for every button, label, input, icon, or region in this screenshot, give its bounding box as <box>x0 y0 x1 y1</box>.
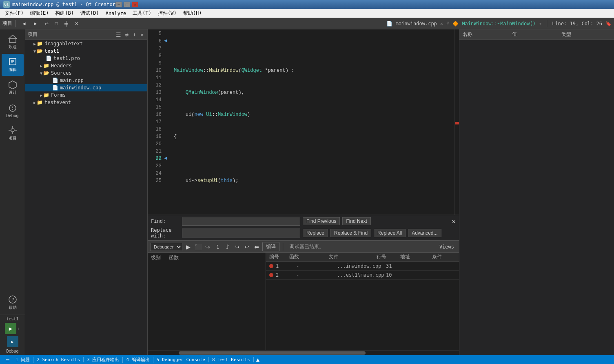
debug-stop-btn[interactable]: ⬛ <box>194 243 202 251</box>
fold-marker[interactable]: ◀ <box>164 37 171 44</box>
toolbar-nav-return[interactable]: ↩ <box>42 20 51 27</box>
svg-marker-5 <box>9 81 16 89</box>
debug-stepin-btn[interactable]: ⤵ <box>213 243 222 251</box>
debug-icon <box>8 104 17 113</box>
menu-help[interactable]: 帮助(H) <box>180 9 205 18</box>
line-num: 16 <box>149 111 162 118</box>
find-bar: Find: Find Previous Find Next ✕ Replace … <box>148 215 459 241</box>
tool-help-label: 帮助 <box>9 305 17 311</box>
tree-item-testevent[interactable]: ▶ 📁 testevent <box>25 99 147 106</box>
current-context: MainWindow::~MainWindow() <box>462 21 536 27</box>
compile-btn[interactable]: 编译 <box>262 242 279 251</box>
bp-line: 10 <box>386 272 410 278</box>
status-debugger-console[interactable]: 5 Debugger Console <box>153 357 209 362</box>
menu-build[interactable]: 构建(B) <box>52 9 77 18</box>
bp-row-1[interactable]: 1 - ...inwindow.cpp 31 <box>266 262 459 271</box>
toolbar-sep <box>283 243 283 251</box>
status-search[interactable]: 2 Search Results <box>33 357 84 362</box>
code-editor[interactable]: MainWindow::MainWindow(QWidget *parent) … <box>171 29 454 215</box>
status-test-results[interactable]: 8 Test Results <box>209 357 254 362</box>
toolbar-nav-back[interactable]: ◄ <box>19 20 29 27</box>
tree-item-maincpp[interactable]: 📄 main.cpp <box>25 77 147 84</box>
debug-back-btn[interactable]: ⬅ <box>253 243 261 251</box>
tool-projects[interactable]: 项目 <box>2 122 24 144</box>
run-button[interactable]: ▶ <box>5 323 16 334</box>
toolbar-close-split[interactable]: □ <box>53 20 60 27</box>
find-next-btn[interactable]: Find Next <box>342 217 370 225</box>
menu-tools[interactable]: 工具(T) <box>129 9 155 18</box>
toolbar-split[interactable]: ╪ <box>62 20 71 27</box>
status-up-btn[interactable]: ▲ <box>254 356 262 363</box>
status-app-output[interactable]: 3 应用程序输出 <box>84 357 123 363</box>
minimize-button[interactable]: ─ <box>115 2 122 7</box>
status-problems[interactable]: 1 问题 <box>12 357 33 363</box>
tree-header-title: 项目 <box>28 31 113 38</box>
views-btn[interactable]: Views <box>437 243 457 251</box>
replace-input[interactable] <box>182 229 300 237</box>
fold-marker2[interactable]: ◀ <box>164 154 171 162</box>
file-icon: 📄 <box>46 55 52 61</box>
debug-run-to-line-btn[interactable]: ↪ <box>233 243 241 251</box>
find-input[interactable] <box>182 217 300 226</box>
replace-all-btn[interactable]: Replace All <box>374 229 406 237</box>
debug-play-btn[interactable]: ▶ <box>184 243 192 251</box>
menu-analyze[interactable]: Analyze <box>102 10 130 17</box>
find-prev-btn[interactable]: Find Previous <box>303 217 340 225</box>
status-menu-btn[interactable]: ☰ <box>3 357 12 362</box>
help-icon: ? <box>8 295 17 304</box>
menu-file[interactable]: 文件(F) <box>2 9 27 18</box>
tree-item-mainwindowcpp[interactable]: 📄 mainwindow.cpp <box>25 84 147 91</box>
project-tree-header: 项目 ☰ ⇄ + ✕ <box>25 29 147 40</box>
advanced-btn[interactable]: Advanced... <box>408 229 441 237</box>
tool-help[interactable]: ? 帮助 <box>2 292 24 314</box>
debugger-select[interactable]: Debugger <box>150 243 182 251</box>
debug-run-button[interactable]: ▶ <box>7 336 18 347</box>
toolbar-nav-forward[interactable]: ► <box>31 20 40 27</box>
replace-btn[interactable]: Replace <box>303 229 328 237</box>
run-arrow[interactable]: › <box>17 326 20 331</box>
tree-item-test1pro[interactable]: 📄 test1.pro <box>25 55 147 62</box>
maximize-button[interactable]: □ <box>124 2 130 7</box>
debug-return-btn[interactable]: ↩ <box>243 243 251 251</box>
tree-item-label: Headers <box>51 63 72 69</box>
current-file-close[interactable]: ✕ <box>440 21 443 27</box>
tree-item-sources[interactable]: ▼ 📂 Sources <box>25 69 147 77</box>
tool-edit-label: 编辑 <box>9 67 17 73</box>
tree-filter-btn[interactable]: ☰ <box>115 31 122 38</box>
close-button[interactable]: ✕ <box>132 2 138 7</box>
tool-welcome[interactable]: 欢迎 <box>2 31 24 53</box>
current-file-name: mainwindow.cpp <box>396 21 437 27</box>
editor-scrollbar[interactable] <box>454 29 459 215</box>
bp-table-header: 编号 函数 文件 行号 地址 条件 <box>266 253 459 262</box>
tree-close-btn[interactable]: ✕ <box>139 31 145 38</box>
tree-item-forms[interactable]: ▶ 📁 Forms <box>25 91 147 99</box>
bp-dot-icon <box>269 273 273 277</box>
tool-design[interactable]: 设计 <box>2 77 24 99</box>
code-line-10 <box>174 155 451 162</box>
find-close-btn[interactable]: ✕ <box>452 218 456 225</box>
tree-item-draggabletext[interactable]: ▶ 📁 draggabletext <box>25 40 147 47</box>
tool-debug[interactable]: Debug <box>2 100 24 122</box>
menu-debug[interactable]: 调试(D) <box>77 9 102 18</box>
debug-stepover-btn[interactable]: ↪ <box>204 243 212 251</box>
tree-item-test1[interactable]: ▼ 📂 test1 <box>25 47 147 55</box>
debug-stepout-btn[interactable]: ⤴ <box>223 243 231 251</box>
toolbar-close-editor[interactable]: ✕ <box>72 20 81 27</box>
menu-widget[interactable]: 控件(W) <box>155 9 180 18</box>
bp-row-2[interactable]: 2 - ...est1\main.cpp 10 <box>266 271 459 280</box>
tool-edit[interactable]: 编辑 <box>2 54 24 76</box>
file-icon: 📄 <box>52 85 58 91</box>
tree-add-btn[interactable]: + <box>131 31 137 38</box>
status-compile-output[interactable]: 4 编译输出 <box>123 357 153 363</box>
tree-item-headers[interactable]: ▶ 📁 Headers <box>25 62 147 69</box>
menu-edit[interactable]: 编辑(E) <box>27 9 52 18</box>
bottom-scrollbar[interactable] <box>148 350 459 355</box>
replace-find-btn[interactable]: Replace & Find <box>330 229 371 237</box>
line-num: 17 <box>149 118 162 126</box>
line-num: 14 <box>149 96 162 104</box>
find-label: Find: <box>151 218 180 224</box>
tree-sync-btn[interactable]: ⇄ <box>124 31 130 38</box>
tool-debug-label: Debug <box>6 113 18 118</box>
line-num: 23 <box>149 162 162 170</box>
bp-num: 2 <box>276 272 296 278</box>
